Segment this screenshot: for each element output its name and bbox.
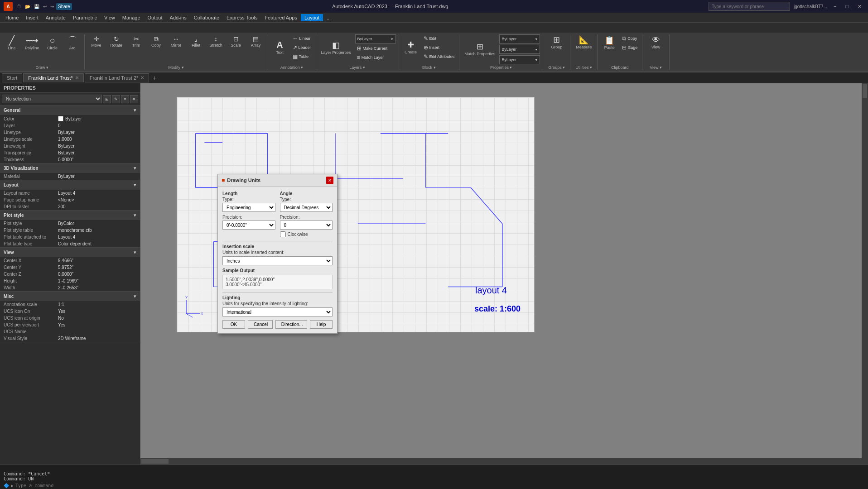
- length-precision-select[interactable]: 0'-0.0000" 0'-0.000" 0'-0.00": [222, 221, 275, 230]
- btn-mirror[interactable]: ↔Mirror: [167, 34, 185, 49]
- help-button[interactable]: Help: [310, 320, 333, 329]
- minimize-button[interactable]: −: [831, 3, 839, 10]
- btn-match-properties[interactable]: ⊞Match Properties: [462, 41, 497, 58]
- tab-franklin2[interactable]: Franklin Land Trust 2* ✕: [85, 73, 149, 82]
- btn-match-layer[interactable]: ≡Match Layer: [355, 53, 396, 62]
- prop-icon-1[interactable]: ⊞: [103, 95, 111, 103]
- angle-precision-select[interactable]: 0 0.0 0.00: [280, 221, 333, 230]
- btn-edit-block[interactable]: ✎Edit: [422, 34, 457, 43]
- menu-manage[interactable]: Manage: [119, 14, 144, 21]
- maximize-button[interactable]: □: [843, 3, 851, 10]
- btn-linear-dim[interactable]: ↔Linear: [291, 34, 313, 43]
- menu-annotate[interactable]: Annotate: [42, 14, 69, 21]
- search-input[interactable]: [709, 2, 790, 11]
- scroll-thumb-h[interactable]: [141, 459, 169, 464]
- btn-view[interactable]: 👁View: [647, 34, 665, 51]
- btn-insert[interactable]: ⊕Insert: [422, 43, 457, 52]
- btn-table[interactable]: ▦Table: [291, 53, 313, 61]
- section-misc-header[interactable]: Misc ▾: [0, 292, 140, 301]
- close-button[interactable]: ✕: [855, 3, 864, 10]
- qa-new[interactable]: 🗒: [15, 3, 23, 10]
- direction-button[interactable]: Direction...: [275, 320, 307, 329]
- menu-parametric[interactable]: Parametric: [69, 14, 101, 21]
- color-dropdown[interactable]: ByLayer: [499, 34, 540, 43]
- btn-stretch[interactable]: ↕Stretch: [207, 34, 225, 49]
- menu-addins[interactable]: Add-ins: [166, 14, 190, 21]
- lighting-units-select[interactable]: International American: [222, 307, 333, 316]
- object-selector[interactable]: No selection: [2, 95, 102, 103]
- close-tab-franklin1[interactable]: ✕: [75, 75, 79, 80]
- lineweight-dropdown[interactable]: ByLayer: [499, 55, 540, 64]
- menu-insert[interactable]: Insert: [22, 14, 42, 21]
- length-type-select[interactable]: Engineering Architectural Decimal Fracti…: [222, 203, 275, 212]
- qa-redo[interactable]: ↪: [49, 3, 55, 10]
- btn-arc[interactable]: ⌒Arc: [63, 34, 82, 52]
- title-bar-left: A 🗒 📂 💾 ↩ ↪ Share: [4, 2, 72, 11]
- prop-plot-style: Plot style ByColor: [0, 220, 140, 227]
- close-tab-franklin2[interactable]: ✕: [140, 75, 144, 80]
- tab-start[interactable]: Start: [2, 73, 22, 82]
- prop-icon-4[interactable]: ✕: [130, 95, 138, 103]
- prop-icon-3[interactable]: ≡: [121, 95, 129, 103]
- horizontal-scrollbar[interactable]: [140, 458, 862, 465]
- btn-text[interactable]: AText: [271, 39, 289, 56]
- prop-icon-2[interactable]: ✎: [112, 95, 120, 103]
- menu-express[interactable]: Express Tools: [223, 14, 261, 21]
- menu-layout[interactable]: Layout: [301, 14, 323, 21]
- section-view-header[interactable]: View ▾: [0, 248, 140, 257]
- tab-franklin1[interactable]: Franklin Land Trust* ✕: [23, 73, 83, 82]
- section-3d-header[interactable]: 3D Visualization ▾: [0, 163, 140, 173]
- btn-line[interactable]: ╱Line: [3, 34, 21, 52]
- command-input[interactable]: [15, 483, 864, 488]
- btn-leader[interactable]: ↗Leader: [291, 43, 313, 52]
- layer-dropdown[interactable]: ByLayer: [355, 34, 396, 43]
- btn-sagas[interactable]: ⊟Sage: [620, 43, 639, 52]
- ok-button[interactable]: OK: [222, 320, 245, 329]
- sample-output-section: Sample Output 1.5000",2.0039",0.0000" 3.…: [222, 268, 333, 289]
- title-bar: A 🗒 📂 💾 ↩ ↪ Share Autodesk AutoCAD 2023 …: [0, 0, 868, 13]
- dialog-close-button[interactable]: ✕: [326, 177, 333, 184]
- btn-group[interactable]: ⊞Group: [548, 34, 566, 51]
- menu-featured[interactable]: Featured Apps: [261, 14, 301, 21]
- clockwise-checkbox[interactable]: [280, 231, 286, 237]
- qa-share[interactable]: Share: [56, 3, 72, 10]
- btn-trim[interactable]: ✂Trim: [127, 34, 145, 49]
- menu-more[interactable]: ...: [323, 14, 334, 21]
- linetype-dropdown[interactable]: ByLayer: [499, 45, 540, 54]
- btn-make-current[interactable]: ⊞Make Current: [355, 44, 396, 53]
- menu-view[interactable]: View: [101, 14, 119, 21]
- menu-output[interactable]: Output: [144, 14, 166, 21]
- section-plot-header[interactable]: Plot style ▾: [0, 211, 140, 220]
- btn-circle[interactable]: ○Circle: [43, 34, 62, 52]
- menu-home[interactable]: Home: [2, 14, 22, 21]
- scroll-thumb-v[interactable]: [863, 84, 867, 98]
- insertion-units-select[interactable]: Inches Feet Millimeters Centimeters Mete…: [222, 256, 333, 265]
- menu-collaborate[interactable]: Collaborate: [190, 14, 223, 21]
- btn-array[interactable]: ▤Array: [247, 34, 265, 49]
- btn-paste[interactable]: 📋Paste: [600, 35, 618, 51]
- btn-copy[interactable]: ⧉Copy: [147, 34, 165, 49]
- qa-open[interactable]: 📂: [24, 3, 32, 10]
- angle-type-select[interactable]: Decimal Degrees Deg/Min/Sec Grads Radian…: [280, 203, 333, 212]
- btn-fillet[interactable]: ⌟Fillet: [187, 34, 205, 49]
- btn-copy-clip[interactable]: ⧉Copy: [620, 34, 639, 43]
- insertion-scale-section: Insertion scale Units to scale inserted …: [222, 244, 333, 265]
- btn-polyline[interactable]: ⟿Polyline: [23, 34, 42, 52]
- stretch-icon: ↕: [214, 36, 217, 42]
- ribbon: ╱Line ⟿Polyline ○Circle ⌒Arc Draw ▾ ✛Mov…: [0, 23, 868, 72]
- add-tab-button[interactable]: +: [150, 73, 159, 82]
- btn-move[interactable]: ✛Move: [87, 34, 106, 49]
- btn-create[interactable]: ✚Create: [402, 39, 420, 56]
- vertical-scrollbar[interactable]: [862, 83, 868, 465]
- section-general-header[interactable]: General ▾: [0, 105, 140, 115]
- qa-undo[interactable]: ↩: [42, 3, 48, 10]
- btn-scale[interactable]: ⊡Scale: [227, 34, 245, 49]
- section-layout-header[interactable]: Layout ▾: [0, 180, 140, 190]
- canvas-area[interactable]: layout 4 scale: 1:600 X Y ■ Drawing Unit…: [140, 83, 868, 465]
- btn-rotate[interactable]: ↻Rotate: [107, 34, 125, 49]
- btn-edit-attributes[interactable]: ✎Edit Attributes: [422, 53, 457, 61]
- cancel-button[interactable]: Cancel: [248, 320, 273, 329]
- qa-save[interactable]: 💾: [33, 3, 41, 10]
- btn-layer-properties[interactable]: ◧Layer Properties: [319, 40, 353, 56]
- btn-measure[interactable]: 📐Measure: [574, 34, 594, 51]
